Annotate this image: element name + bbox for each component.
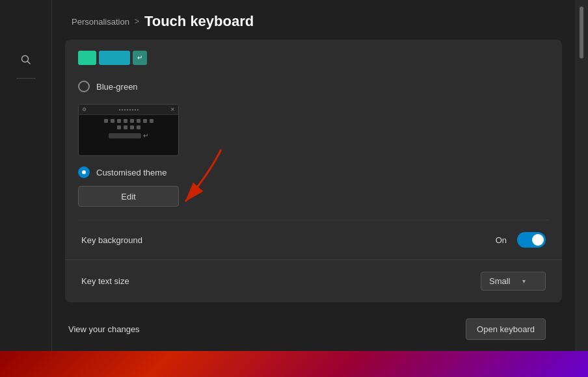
- scrollbar-thumb[interactable]: [580, 6, 583, 58]
- customised-theme-section: ⚙: [78, 104, 549, 207]
- main-content: Personalisation > Touch keyboard ↵: [52, 0, 575, 351]
- key-background-row: Key background On: [65, 220, 562, 260]
- spacebar-key: [109, 133, 141, 138]
- breadcrumb-parent: Personalisation: [72, 17, 129, 27]
- key-dot: [143, 119, 147, 123]
- dot5: [129, 109, 131, 110]
- key-row-2: [117, 125, 140, 129]
- sidebar-divider: [16, 78, 36, 79]
- teal-keyboard-preview: ↵: [78, 46, 179, 69]
- dot4: [127, 109, 128, 110]
- key-text-size-dropdown[interactable]: Small ▾: [481, 272, 546, 291]
- custom-keyboard-preview-container: ⚙: [78, 104, 549, 156]
- bottom-bar: View your changes Open keyboard: [52, 309, 562, 350]
- dot6: [132, 109, 133, 110]
- key-dot: [117, 119, 121, 123]
- key-text-size-row: Key text size Small ▾: [65, 260, 562, 302]
- kb-close-icon: ✕: [170, 107, 175, 112]
- key-dot: [124, 125, 127, 129]
- key-dot: [137, 125, 140, 129]
- view-changes-label: View your changes: [68, 324, 140, 334]
- key-text-size-label: Key text size: [81, 276, 129, 286]
- key-dot: [130, 119, 134, 123]
- dot7: [135, 109, 136, 110]
- key-dot: [130, 125, 134, 129]
- key-background-toggle[interactable]: [517, 232, 546, 248]
- key-background-status: On: [496, 235, 507, 245]
- blue-green-option[interactable]: Blue-green: [78, 75, 549, 98]
- enter-arrow: ↵: [143, 132, 148, 139]
- teal-key-enter: ↵: [133, 51, 147, 65]
- edit-button[interactable]: Edit: [78, 186, 179, 207]
- sidebar: [0, 0, 52, 351]
- teal-theme-preview-area: ↵: [78, 46, 549, 69]
- spacebar-row: ↵: [109, 132, 148, 139]
- dot3: [124, 109, 126, 110]
- key-dot: [104, 119, 108, 123]
- dropdown-value: Small: [489, 276, 511, 286]
- dot1: [119, 109, 120, 110]
- chevron-down-icon: ▾: [522, 278, 526, 285]
- search-button[interactable]: [13, 47, 39, 73]
- custom-keyboard-preview: ⚙: [78, 104, 179, 156]
- breadcrumb: Personalisation > Touch keyboard: [72, 13, 555, 30]
- key-row-1: [104, 119, 154, 123]
- customised-theme-option[interactable]: Customised theme: [78, 161, 549, 183]
- page-title: Touch keyboard: [144, 13, 254, 30]
- open-keyboard-button[interactable]: Open keyboard: [466, 318, 546, 340]
- key-background-label: Key background: [81, 235, 142, 245]
- customised-theme-label: Customised theme: [96, 168, 167, 177]
- kb-titlebar-dots: [119, 109, 139, 110]
- teal-key-1: [78, 51, 96, 65]
- custom-kb-body: ↵: [79, 115, 178, 143]
- theme-section: ↵ Blue-green ⚙: [65, 40, 562, 220]
- scrollbar[interactable]: [575, 0, 588, 351]
- key-dot: [117, 125, 121, 129]
- key-background-toggle-container: On: [496, 232, 546, 248]
- dot2: [122, 109, 123, 110]
- key-dot: [137, 119, 140, 123]
- kb-gear-icon: ⚙: [82, 107, 87, 112]
- key-dot: [150, 119, 154, 123]
- teal-key-2: [99, 51, 130, 65]
- key-dot: [111, 119, 114, 123]
- toggle-thumb: [532, 234, 544, 246]
- content-panel: ↵ Blue-green ⚙: [65, 40, 562, 302]
- page-header: Personalisation > Touch keyboard: [52, 0, 575, 40]
- key-dot: [124, 119, 127, 123]
- blue-green-radio[interactable]: [78, 81, 90, 92]
- breadcrumb-separator: >: [135, 17, 139, 26]
- settings-window: Personalisation > Touch keyboard ↵: [0, 0, 588, 351]
- blue-green-label: Blue-green: [96, 82, 138, 92]
- dot8: [137, 109, 139, 110]
- svg-line-1: [27, 62, 30, 64]
- custom-kb-titlebar: ⚙: [79, 105, 178, 115]
- customised-theme-radio[interactable]: [78, 166, 90, 178]
